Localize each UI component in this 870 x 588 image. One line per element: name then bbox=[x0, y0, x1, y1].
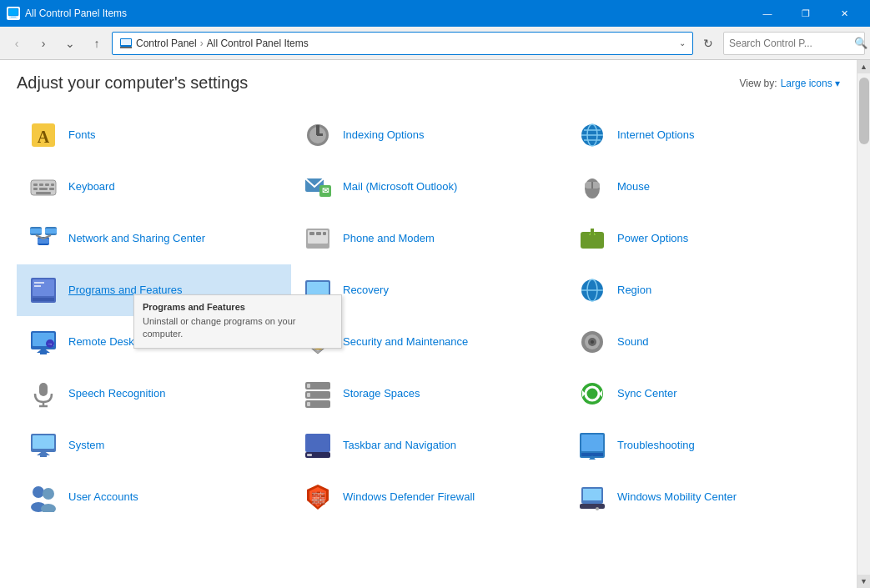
svg-rect-63 bbox=[40, 351, 47, 354]
address-bar[interactable]: Control Panel › All Control Panel Items … bbox=[112, 32, 693, 55]
main-area: Adjust your computer's settings View by:… bbox=[0, 60, 870, 588]
svg-rect-33 bbox=[30, 229, 42, 234]
grid-item-region[interactable]: Region bbox=[566, 264, 840, 316]
view-by-value[interactable]: Large icons ▾ bbox=[781, 78, 840, 89]
forward-button[interactable]: › bbox=[32, 32, 55, 55]
grid-item-sound[interactable]: Sound bbox=[566, 316, 840, 368]
grid-item-keyboard[interactable]: Keyboard bbox=[17, 161, 291, 213]
grid-item-user-accounts[interactable]: User Accounts bbox=[17, 471, 291, 523]
grid-item-windows-mobility[interactable]: Windows Mobility Center bbox=[566, 471, 840, 523]
svg-rect-51 bbox=[34, 282, 44, 284]
svg-rect-23 bbox=[39, 188, 48, 190]
sound-label: Sound bbox=[617, 335, 649, 349]
windows-defender-icon: 🧱 bbox=[301, 480, 334, 514]
grid-item-security-maintenance[interactable]: 🔒Security and Maintenance bbox=[291, 316, 566, 368]
mail-label: Mail (Microsoft Outlook) bbox=[343, 180, 457, 194]
internet-options-icon bbox=[576, 118, 609, 152]
recovery-icon bbox=[301, 274, 334, 307]
grid-item-taskbar-navigation[interactable]: Taskbar and Navigation bbox=[291, 420, 566, 471]
svg-rect-89 bbox=[305, 434, 330, 452]
svg-text:🧱: 🧱 bbox=[311, 491, 326, 505]
svg-rect-24 bbox=[49, 188, 54, 190]
svg-rect-86 bbox=[33, 435, 54, 449]
content-area: Adjust your computer's settings View by:… bbox=[0, 60, 857, 588]
remote-desktop-icon: → bbox=[27, 325, 60, 359]
grid-item-mail[interactable]: ✉Mail (Microsoft Outlook) bbox=[291, 161, 566, 213]
up-button[interactable]: ↑ bbox=[85, 32, 108, 55]
region-label: Region bbox=[617, 284, 651, 298]
view-by-label: View by: bbox=[739, 78, 777, 89]
address-dropdown-icon[interactable]: ⌄ bbox=[679, 38, 686, 48]
grid-item-remote-desktop[interactable]: →Remote Desktop Connection bbox=[17, 316, 291, 368]
address-bar-icon bbox=[119, 37, 133, 50]
grid-item-windows-defender[interactable]: 🧱Windows Defender Firewall bbox=[291, 471, 566, 523]
svg-rect-104 bbox=[583, 489, 601, 500]
search-box[interactable]: 🔍 bbox=[723, 32, 865, 55]
svg-rect-1 bbox=[11, 16, 16, 18]
grid-item-phone-modem[interactable]: Phone and Modem bbox=[291, 213, 566, 264]
svg-text:🔒: 🔒 bbox=[311, 336, 326, 350]
svg-rect-77 bbox=[307, 384, 310, 388]
minimize-button[interactable]: — bbox=[748, 0, 787, 27]
svg-text:A: A bbox=[38, 128, 50, 146]
svg-rect-35 bbox=[45, 229, 57, 234]
maximize-button[interactable]: ❐ bbox=[787, 0, 825, 27]
network-sharing-icon bbox=[27, 222, 60, 255]
svg-rect-52 bbox=[34, 285, 41, 287]
svg-rect-2 bbox=[9, 18, 18, 18]
window-title: All Control Panel Items bbox=[25, 8, 748, 19]
phone-modem-icon bbox=[301, 222, 334, 255]
close-button[interactable]: ✕ bbox=[825, 0, 863, 27]
keyboard-icon bbox=[27, 170, 60, 204]
grid-item-speech-recognition[interactable]: Speech Recognition bbox=[17, 368, 291, 420]
svg-rect-11 bbox=[317, 133, 323, 136]
storage-spaces-icon bbox=[301, 377, 334, 410]
scrollbar-track[interactable] bbox=[857, 73, 870, 575]
back-button[interactable]: ‹ bbox=[5, 32, 28, 55]
svg-rect-93 bbox=[581, 435, 603, 451]
svg-rect-42 bbox=[309, 232, 314, 235]
grid-item-troubleshooting[interactable]: Troubleshooting bbox=[566, 420, 840, 471]
grid-item-power-options[interactable]: Power Options bbox=[566, 213, 840, 264]
grid-item-system[interactable]: System bbox=[17, 420, 291, 471]
svg-rect-50 bbox=[33, 298, 54, 301]
search-button[interactable]: 🔍 bbox=[854, 34, 867, 53]
grid-item-sync-center[interactable]: Sync Center bbox=[566, 368, 840, 420]
remote-desktop-label: Remote Desktop Connection bbox=[68, 335, 207, 349]
grid-item-mouse[interactable]: Mouse bbox=[566, 161, 840, 213]
items-grid: AFontsIndexing OptionsInternet OptionsKe… bbox=[17, 109, 840, 523]
grid-item-internet-options[interactable]: Internet Options bbox=[566, 109, 840, 161]
programs-features-label: Programs and Features bbox=[68, 284, 183, 298]
recent-locations-button[interactable]: ⌄ bbox=[58, 32, 82, 55]
title-bar: All Control Panel Items — ❐ ✕ bbox=[0, 0, 870, 27]
svg-rect-25 bbox=[36, 192, 51, 194]
windows-mobility-icon bbox=[576, 480, 609, 514]
indexing-options-icon bbox=[301, 118, 334, 152]
scroll-up-button[interactable]: ▲ bbox=[857, 60, 871, 73]
svg-rect-18 bbox=[33, 183, 38, 186]
windows-mobility-label: Windows Mobility Center bbox=[617, 490, 737, 505]
scrollbar: ▲ ▼ bbox=[857, 60, 870, 588]
user-accounts-icon bbox=[27, 480, 60, 514]
scrollbar-thumb[interactable] bbox=[859, 78, 869, 144]
refresh-button[interactable]: ↻ bbox=[697, 32, 720, 55]
system-label: System bbox=[68, 439, 104, 453]
phone-modem-label: Phone and Modem bbox=[343, 232, 435, 246]
user-accounts-label: User Accounts bbox=[68, 490, 138, 505]
grid-item-programs-features[interactable]: Programs and FeaturesPrograms and Featur… bbox=[17, 264, 291, 316]
svg-rect-21 bbox=[51, 183, 54, 186]
grid-item-indexing-options[interactable]: Indexing Options bbox=[291, 109, 566, 161]
grid-item-recovery[interactable]: Recovery bbox=[291, 264, 566, 316]
svg-text:✉: ✉ bbox=[322, 186, 329, 195]
grid-item-fonts[interactable]: AFonts bbox=[17, 109, 291, 161]
sound-icon bbox=[576, 325, 609, 359]
scroll-down-button[interactable]: ▼ bbox=[857, 575, 871, 588]
security-maintenance-label: Security and Maintenance bbox=[343, 335, 468, 349]
grid-item-network-sharing[interactable]: Network and Sharing Center bbox=[17, 213, 291, 264]
svg-point-96 bbox=[33, 486, 44, 498]
sync-center-icon bbox=[576, 377, 609, 410]
search-input[interactable] bbox=[729, 38, 854, 49]
speech-recognition-label: Speech Recognition bbox=[68, 387, 165, 401]
power-options-icon bbox=[576, 222, 609, 255]
grid-item-storage-spaces[interactable]: Storage Spaces bbox=[291, 368, 566, 420]
